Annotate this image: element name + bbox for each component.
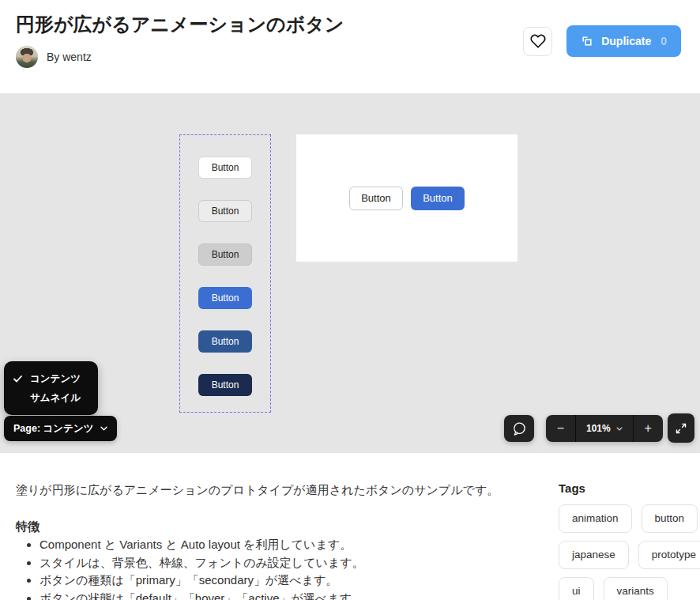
zoom-out-button[interactable]: − (546, 415, 575, 442)
tag-japanese[interactable]: japanese (559, 541, 629, 569)
expand-icon (675, 422, 687, 435)
file-header: 円形が広がるアニメーションのボタン By wentz Duplicate 0 (0, 0, 700, 93)
fullscreen-button[interactable] (668, 413, 694, 443)
zoom-control: − 101% + (546, 415, 663, 442)
preview-button-secondary[interactable]: Button (349, 187, 403, 210)
chevron-down-icon (616, 427, 623, 431)
file-description-section: 塗りが円形に広がるアニメーションのプロトタイプが適用されたボタンのサンプルです。… (0, 453, 700, 600)
check-icon (13, 375, 23, 383)
page-dropdown-menu: コンテンツ サムネイル (4, 361, 98, 415)
like-button[interactable] (523, 27, 552, 56)
features-heading: 特徴 (16, 519, 537, 534)
author-byline[interactable]: By wentz (47, 51, 92, 63)
features-list: Component と Variants と Auto layout を利用して… (16, 536, 537, 600)
chevron-down-icon (100, 426, 107, 431)
description-column: 塗りが円形に広がるアニメーションのプロトタイプが適用されたボタンのサンプルです。… (16, 481, 537, 600)
menu-item-thumbnail[interactable]: サムネイル (13, 388, 88, 407)
feature-item: スタイルは、背景色、枠線、フォントのみ設定しています。 (40, 554, 537, 572)
feature-item: Component と Variants と Auto layout を利用して… (40, 536, 537, 554)
tag-animation[interactable]: animation (559, 504, 632, 533)
menu-item-label: コンテンツ (30, 372, 81, 386)
preview-button-primary[interactable]: Button (411, 187, 465, 210)
tag-variants[interactable]: variants (604, 577, 668, 600)
tags-list: animation button japanese prototype ui v… (559, 504, 700, 600)
header-actions: Duplicate 0 (523, 25, 681, 57)
button-variant-secondary-default[interactable]: Button (198, 157, 252, 179)
button-variant-primary-default[interactable]: Button (198, 287, 252, 309)
description-intro: 塗りが円形に広がるアニメーションのプロトタイプが適用されたボタンのサンプルです。 (16, 481, 537, 499)
button-variant-secondary-active[interactable]: Button (198, 243, 252, 266)
button-variant-primary-active[interactable]: Button (198, 374, 252, 396)
heart-icon (530, 33, 546, 49)
tag-ui[interactable]: ui (559, 577, 594, 600)
tags-heading: Tags (559, 481, 700, 495)
page-selector[interactable]: Page: コンテンツ (4, 416, 117, 441)
duplicate-label: Duplicate (601, 35, 651, 47)
menu-item-label: サムネイル (30, 391, 81, 405)
feature-item: ボタンの種類は「primary」「secondary」が選べます。 (40, 572, 537, 590)
page-selector-label: Page: コンテンツ (13, 422, 93, 436)
button-variant-primary-hover[interactable]: Button (198, 330, 252, 353)
tag-prototype[interactable]: prototype (638, 541, 700, 569)
duplicate-count: 0 (660, 35, 667, 47)
duplicate-button[interactable]: Duplicate 0 (566, 25, 681, 57)
comment-bubble-icon (512, 421, 527, 436)
figma-canvas[interactable]: Button Button Button Button Button Butto… (0, 93, 700, 453)
button-variant-secondary-hover[interactable]: Button (198, 200, 252, 222)
duplicate-icon (581, 35, 593, 47)
feature-item: ボタンの状態は「default」「hover」「active」が選べます。 (40, 590, 537, 600)
zoom-level-dropdown[interactable]: 101% (575, 415, 634, 442)
tag-button[interactable]: button (642, 504, 698, 533)
component-set-frame[interactable]: Button Button Button Button Button Butto… (179, 134, 271, 413)
preview-frame[interactable]: Button Button (296, 134, 517, 262)
menu-item-contents[interactable]: コンテンツ (13, 369, 88, 388)
avatar[interactable] (16, 46, 38, 68)
zoom-in-button[interactable]: + (634, 415, 663, 442)
page-title: 円形が広がるアニメーションのボタン (16, 13, 344, 36)
author-row: By wentz (16, 46, 92, 68)
zoom-level-value: 101% (586, 423, 611, 434)
tags-column: Tags animation button japanese prototype… (559, 481, 700, 600)
comment-button[interactable] (504, 415, 534, 442)
